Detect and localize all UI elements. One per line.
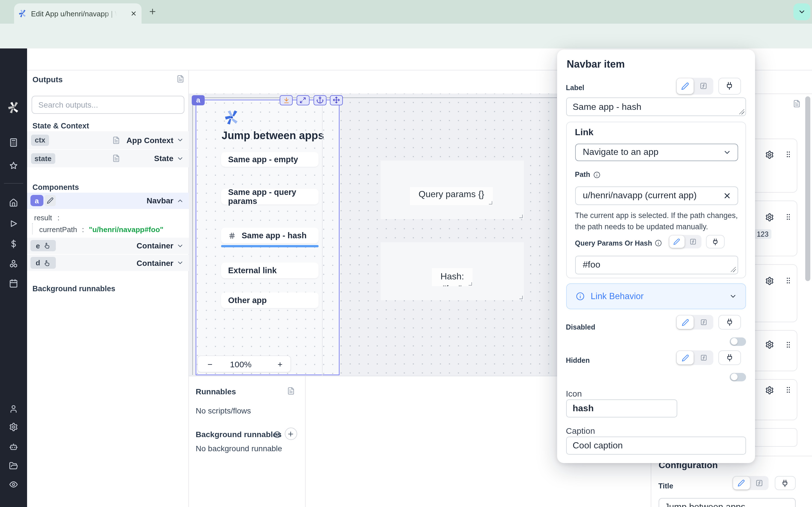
ctx-doc-icon[interactable] xyxy=(112,136,120,144)
move-button[interactable] xyxy=(330,95,343,105)
query-params-container[interactable]: Query params {} xyxy=(380,161,524,219)
gear-icon[interactable] xyxy=(765,340,774,349)
add-background-runnable-button[interactable] xyxy=(285,428,297,440)
grip-icon[interactable] xyxy=(784,386,792,394)
sidebar-variables-icon[interactable] xyxy=(9,239,18,248)
static-mode-button[interactable] xyxy=(677,316,694,329)
label-textarea[interactable]: Same app - hash xyxy=(566,98,746,116)
static-mode-button[interactable] xyxy=(677,78,694,94)
grip-icon[interactable] xyxy=(784,341,792,348)
gear-icon[interactable] xyxy=(765,213,774,221)
runnables-doc-icon[interactable] xyxy=(287,387,295,395)
component-id-badge[interactable]: a xyxy=(192,95,205,105)
hand-icon xyxy=(43,242,50,249)
sidebar-schedules-icon[interactable] xyxy=(9,279,18,288)
nav-item-empty[interactable]: Same app - empty xyxy=(221,152,319,167)
ctx-chevron-icon[interactable] xyxy=(176,136,184,144)
sidebar-home-icon[interactable] xyxy=(9,198,18,207)
hash-container[interactable]: Hash: "foo" xyxy=(380,242,524,300)
zoom-in-button[interactable]: + xyxy=(277,359,283,369)
tab-search-button[interactable] xyxy=(794,3,810,20)
fx-mode-button[interactable] xyxy=(694,82,713,90)
static-mode-button[interactable] xyxy=(733,476,750,490)
static-mode-button[interactable] xyxy=(677,351,694,364)
disabled-toggle[interactable] xyxy=(730,337,746,346)
resize-icon[interactable] xyxy=(489,201,492,204)
grip-icon[interactable] xyxy=(784,213,792,221)
resize-icon[interactable] xyxy=(519,214,523,218)
info-icon[interactable] xyxy=(593,171,600,178)
resize-icon[interactable] xyxy=(469,282,472,285)
sidebar-favorites-icon[interactable] xyxy=(9,161,18,170)
sidebar-audit-icon[interactable] xyxy=(9,480,18,489)
state-chevron-icon[interactable] xyxy=(176,155,184,162)
search-outputs-input[interactable]: Search outputs... xyxy=(32,96,184,114)
static-mode-button[interactable] xyxy=(669,235,684,248)
info-icon[interactable] xyxy=(655,239,662,247)
sidebar-workers-icon[interactable] xyxy=(9,442,18,451)
qpoh-textarea[interactable]: #foo xyxy=(575,256,738,274)
connect-button[interactable] xyxy=(718,350,741,365)
connect-button[interactable] xyxy=(706,235,724,248)
state-doc-icon[interactable] xyxy=(112,155,120,163)
output-row-state[interactable]: state State xyxy=(27,150,189,167)
component-row-d[interactable]: d Container xyxy=(27,255,189,271)
windmill-logo-icon[interactable] xyxy=(7,101,20,114)
hidden-toggle[interactable] xyxy=(730,373,746,381)
outputs-doc-icon[interactable] xyxy=(176,75,185,83)
e-chevron-icon[interactable] xyxy=(176,242,184,249)
title-input[interactable]: Jump between apps xyxy=(658,498,795,507)
sidebar-runs-icon[interactable] xyxy=(9,219,18,228)
fx-mode-button[interactable] xyxy=(694,354,713,361)
d-chevron-icon[interactable] xyxy=(176,259,184,267)
zoom-out-button[interactable]: − xyxy=(207,359,213,369)
grip-icon[interactable] xyxy=(784,277,792,284)
hash-textbox[interactable]: Hash: "foo" xyxy=(432,268,472,286)
component-row-navbar[interactable]: a Navbar xyxy=(27,192,189,209)
sidebar-settings-icon[interactable] xyxy=(9,422,18,432)
gear-icon[interactable] xyxy=(765,150,774,159)
caption-input[interactable]: Cool caption xyxy=(566,437,746,454)
fullsize-button[interactable] xyxy=(296,95,309,105)
sidebar-folders-icon[interactable] xyxy=(9,461,18,470)
gear-icon[interactable] xyxy=(765,386,774,394)
grip-icon[interactable] xyxy=(784,151,792,158)
gear-icon[interactable] xyxy=(765,276,774,285)
fx-mode-button[interactable] xyxy=(750,480,768,487)
component-row-e[interactable]: e Container xyxy=(27,237,189,254)
fx-mode-button[interactable] xyxy=(694,319,713,326)
tab-close-icon[interactable] xyxy=(130,10,137,17)
query-params-textbox[interactable]: Query params {} xyxy=(410,187,493,205)
anchor-button[interactable] xyxy=(313,95,326,105)
link-behavior-collapsible[interactable]: Link Behavior xyxy=(566,283,746,309)
link-type-select[interactable]: Navigate to an app xyxy=(575,144,738,161)
resize-icon[interactable] xyxy=(519,296,523,299)
expand-down-button[interactable] xyxy=(280,95,293,105)
nav-item-external-link[interactable]: External link xyxy=(221,262,319,278)
info-icon[interactable] xyxy=(273,431,281,438)
nav-item-query-params[interactable]: Same app - query params xyxy=(221,188,319,204)
output-row-ctx[interactable]: ctx App Context xyxy=(27,131,189,149)
fx-mode-button[interactable] xyxy=(684,238,701,245)
navbar-component-selected[interactable]: Jump between apps Same app - empty Same … xyxy=(195,100,340,375)
settings-doc-icon[interactable] xyxy=(793,100,801,108)
browser-tab[interactable]: Edit App u/henri/navapp | Win xyxy=(14,3,142,24)
path-input[interactable]: u/henri/navapp (current app) xyxy=(575,186,738,205)
nav-item-other-app[interactable]: Other app xyxy=(221,292,319,308)
icon-input[interactable]: hash xyxy=(566,399,677,417)
settings-input-partial[interactable] xyxy=(753,428,797,447)
connect-button[interactable] xyxy=(718,77,741,94)
sidebar-resources-icon[interactable] xyxy=(9,259,18,268)
nav-item-hash-active[interactable]: Same app - hash xyxy=(221,228,319,243)
navbar-edit-chip[interactable] xyxy=(44,195,56,206)
navbar-chevron-icon[interactable] xyxy=(176,197,184,204)
move-icon xyxy=(333,97,340,104)
settings-scrollbar[interactable] xyxy=(805,96,810,281)
navbar-item-popover: Navbar item Label Same app - hash Link N… xyxy=(557,50,755,463)
sidebar-users-icon[interactable] xyxy=(9,404,18,413)
clear-icon[interactable] xyxy=(723,191,731,200)
connect-button[interactable] xyxy=(718,315,741,330)
connect-button[interactable] xyxy=(775,476,795,490)
sidebar-apps-icon[interactable] xyxy=(9,138,18,147)
new-tab-button[interactable] xyxy=(148,7,157,16)
